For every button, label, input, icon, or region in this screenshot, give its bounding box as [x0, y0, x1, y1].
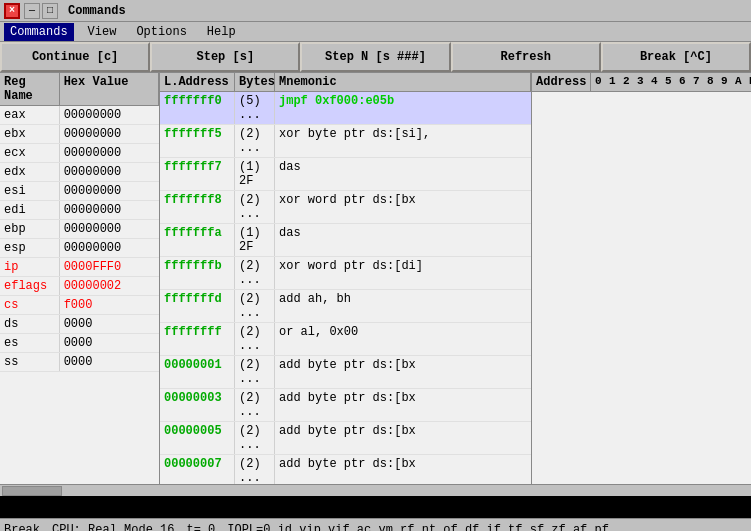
disasm-mnemonic: jmpf 0xf000:e05b	[275, 92, 531, 124]
reg-value: 00000000	[60, 239, 159, 257]
step-button[interactable]: Step [s]	[150, 42, 300, 72]
disasm-address: fffffff8	[160, 191, 235, 223]
registers-panel: Reg Name Hex Value eax 00000000 ebx 0000…	[0, 73, 160, 484]
refresh-button[interactable]: Refresh	[451, 42, 601, 72]
horizontal-scrollbar[interactable]	[0, 484, 751, 496]
continue-button[interactable]: Continue [c]	[0, 42, 150, 72]
register-row[interactable]: eflags 00000002	[0, 277, 159, 296]
reg-value: 0000	[60, 334, 159, 352]
minimize-button[interactable]: —	[24, 3, 40, 19]
disasm-row[interactable]: fffffff0 (5) ... jmpf 0xf000:e05b	[160, 92, 531, 125]
disasm-row[interactable]: fffffffd (2) ... add ah, bh	[160, 290, 531, 323]
disasm-address: fffffffa	[160, 224, 235, 256]
register-row[interactable]: cs f000	[0, 296, 159, 315]
menu-bar: Commands View Options Help	[0, 22, 751, 42]
t-status: t= 0	[186, 523, 215, 532]
reg-name: ds	[0, 315, 60, 333]
cpu-status: CPU: Real Mode 16	[52, 523, 174, 532]
menu-view[interactable]: View	[82, 23, 123, 41]
reg-value: 00000000	[60, 201, 159, 219]
reg-value: 00000000	[60, 163, 159, 181]
disasm-row[interactable]: fffffff8 (2) ... xor word ptr ds:[bx	[160, 191, 531, 224]
registers-list: eax 00000000 ebx 00000000 ecx 00000000 e…	[0, 106, 159, 372]
disasm-bytes: (2) ...	[235, 125, 275, 157]
disasm-bytes: (2) ...	[235, 257, 275, 289]
hex-header: Address 0123456789ABC	[532, 73, 751, 92]
menu-options[interactable]: Options	[130, 23, 192, 41]
register-row[interactable]: edx 00000000	[0, 163, 159, 182]
hex-col-header: 0	[591, 73, 605, 91]
disasm-mnemonic: add ah, bh	[275, 290, 531, 322]
disasm-mnemonic: add byte ptr ds:[bx	[275, 422, 531, 454]
hex-col-header: B	[745, 73, 751, 91]
reg-value: f000	[60, 296, 159, 314]
disasm-bytes: (1) 2F	[235, 224, 275, 256]
reg-value: 0000FFF0	[60, 258, 159, 276]
register-row[interactable]: ebx 00000000	[0, 125, 159, 144]
hex-col-header: 2	[619, 73, 633, 91]
disasm-address: fffffff7	[160, 158, 235, 190]
register-row[interactable]: edi 00000000	[0, 201, 159, 220]
reg-value: 00000002	[60, 277, 159, 295]
register-row[interactable]: es 0000	[0, 334, 159, 353]
reg-value: 0000	[60, 353, 159, 371]
close-button[interactable]: ×	[4, 3, 20, 19]
register-row[interactable]: ip 0000FFF0	[0, 258, 159, 277]
reg-name: edx	[0, 163, 60, 181]
disasm-mnemonic: add byte ptr ds:[bx	[275, 356, 531, 388]
reg-value: 00000000	[60, 144, 159, 162]
hex-col-header: 6	[675, 73, 689, 91]
hex-col-header: 3	[633, 73, 647, 91]
disasm-row[interactable]: ffffffff (2) ... or al, 0x00	[160, 323, 531, 356]
register-row[interactable]: ebp 00000000	[0, 220, 159, 239]
maximize-button[interactable]: □	[42, 3, 58, 19]
disasm-mnemonic: or al, 0x00	[275, 323, 531, 355]
disasm-row[interactable]: fffffffa (1) 2F das	[160, 224, 531, 257]
disasm-row[interactable]: fffffff5 (2) ... xor byte ptr ds:[si],	[160, 125, 531, 158]
reg-name: eflags	[0, 277, 60, 295]
disasm-row[interactable]: 00000003 (2) ... add byte ptr ds:[bx	[160, 389, 531, 422]
disasm-panel: L.Address Bytes Mnemonic fffffff0 (5) ..…	[160, 73, 531, 484]
mnem-header: Mnemonic	[275, 73, 531, 91]
disasm-mnemonic: add byte ptr ds:[bx	[275, 455, 531, 484]
register-row[interactable]: ss 0000	[0, 353, 159, 372]
disasm-bytes: (2) ...	[235, 389, 275, 421]
break-label: Break	[4, 523, 40, 532]
reg-name: eax	[0, 106, 60, 124]
reg-name: esp	[0, 239, 60, 257]
hex-col-header: 7	[689, 73, 703, 91]
disasm-row[interactable]: 00000001 (2) ... add byte ptr ds:[bx	[160, 356, 531, 389]
register-row[interactable]: esp 00000000	[0, 239, 159, 258]
reg-name: esi	[0, 182, 60, 200]
disasm-mnemonic: das	[275, 224, 531, 256]
hex-col-header: 9	[717, 73, 731, 91]
disasm-row[interactable]: 00000007 (2) ... add byte ptr ds:[bx	[160, 455, 531, 484]
disasm-row[interactable]: fffffffb (2) ... xor word ptr ds:[di]	[160, 257, 531, 290]
reg-value: 00000000	[60, 182, 159, 200]
status-bar: Break CPU: Real Mode 16 t= 0 IOPL=0 id v…	[0, 518, 751, 531]
register-row[interactable]: ds 0000	[0, 315, 159, 334]
disasm-address: fffffffb	[160, 257, 235, 289]
register-row[interactable]: eax 00000000	[0, 106, 159, 125]
menu-commands[interactable]: Commands	[4, 23, 74, 41]
window-title: Commands	[68, 4, 126, 18]
hex-col-header: 5	[661, 73, 675, 91]
title-bar: × — □ Commands	[0, 0, 751, 22]
break-button[interactable]: Break [^C]	[601, 42, 751, 72]
disasm-row[interactable]: fffffff7 (1) 2F das	[160, 158, 531, 191]
register-row[interactable]: ecx 00000000	[0, 144, 159, 163]
hex-col-header: 4	[647, 73, 661, 91]
command-input[interactable]	[4, 500, 204, 514]
reg-name: ebx	[0, 125, 60, 143]
menu-help[interactable]: Help	[201, 23, 242, 41]
hex-col-header: 8	[703, 73, 717, 91]
reg-name: cs	[0, 296, 60, 314]
hex-col-headers: 0123456789ABC	[591, 73, 751, 91]
register-row[interactable]: esi 00000000	[0, 182, 159, 201]
hex-col-header: A	[731, 73, 745, 91]
disasm-row[interactable]: 00000005 (2) ... add byte ptr ds:[bx	[160, 422, 531, 455]
command-bar	[0, 496, 751, 518]
disasm-bytes: (2) ...	[235, 323, 275, 355]
scrollbar-thumb[interactable]	[2, 486, 62, 496]
stepn-button[interactable]: Step N [s ###]	[300, 42, 450, 72]
